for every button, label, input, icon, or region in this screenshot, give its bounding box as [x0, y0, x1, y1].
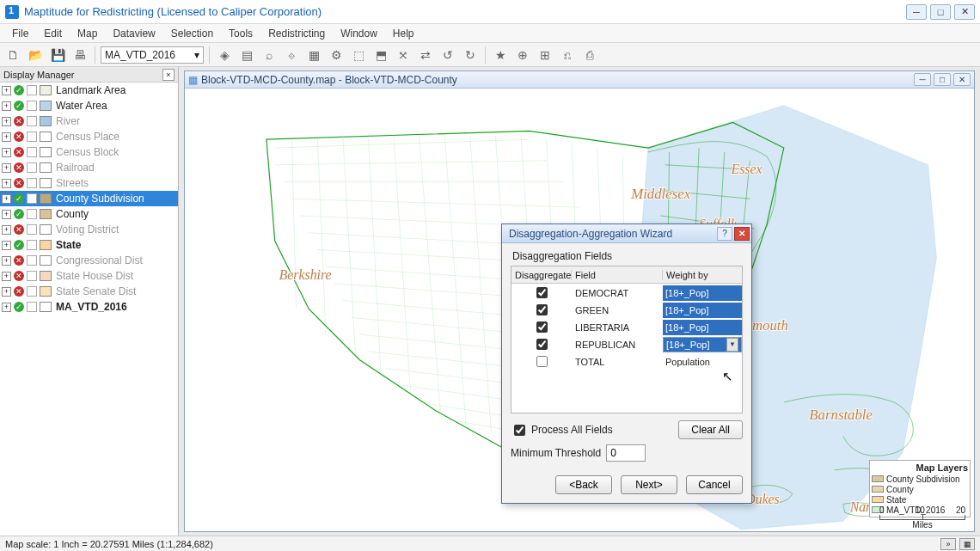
- toolbar-icon-14[interactable]: ⊕: [513, 46, 532, 64]
- weight-cell[interactable]: [18+_Pop]▼: [663, 337, 742, 352]
- field-cell[interactable]: GREEN: [572, 305, 663, 315]
- close-button[interactable]: ✕: [954, 4, 975, 20]
- process-all-checkbox[interactable]: Process All Fields: [511, 422, 613, 438]
- visibility-icon[interactable]: ✕: [14, 224, 24, 235]
- layer-combo[interactable]: MA_VTD_2016 ▾: [101, 46, 204, 64]
- min-threshold-input[interactable]: [606, 444, 646, 462]
- expand-icon[interactable]: +: [2, 148, 11, 157]
- layer-row-ma-vtd-2016[interactable]: +✓MA_VTD_2016: [0, 299, 178, 315]
- print-icon[interactable]: 🖶: [70, 46, 89, 64]
- menu-redistricting[interactable]: Redistricting: [261, 26, 332, 41]
- layer-row-congressional-dist[interactable]: +✕Congressional Dist: [0, 253, 178, 268]
- col-disaggregate[interactable]: Disaggregate: [511, 270, 572, 280]
- toolbar-icon-10[interactable]: ⇄: [416, 46, 435, 64]
- layer-row-streets[interactable]: +✕Streets: [0, 175, 178, 191]
- layer-row-census-block[interactable]: +✕Census Block: [0, 144, 178, 160]
- expand-icon[interactable]: +: [2, 210, 11, 219]
- expand-icon[interactable]: +: [2, 194, 11, 204]
- visibility-icon[interactable]: ✕: [14, 255, 24, 266]
- toolbar-icon-4[interactable]: ⟐: [282, 46, 301, 64]
- col-field[interactable]: Field: [572, 270, 663, 280]
- lock-icon[interactable]: [27, 209, 37, 219]
- toolbar-icon-9[interactable]: ⤧: [394, 46, 413, 64]
- visibility-icon[interactable]: ✕: [14, 271, 24, 281]
- grid-row[interactable]: DEMOCRAT[18+_Pop]: [511, 284, 742, 301]
- visibility-icon[interactable]: ✕: [14, 178, 24, 188]
- field-cell[interactable]: DEMOCRAT: [572, 288, 663, 298]
- layer-row-census-place[interactable]: +✕Census Place: [0, 129, 178, 144]
- col-weight[interactable]: Weight by: [663, 270, 742, 280]
- weight-cell[interactable]: [18+_Pop]: [663, 285, 742, 301]
- toolbar-icon-6[interactable]: ⚙: [327, 46, 346, 64]
- toolbar-icon-16[interactable]: ⎌: [558, 46, 577, 64]
- grid-row[interactable]: TOTALPopulation: [511, 352, 742, 370]
- lock-icon[interactable]: [27, 240, 37, 250]
- lock-icon[interactable]: [27, 302, 37, 312]
- visibility-icon[interactable]: ✓: [14, 302, 24, 312]
- lock-icon[interactable]: [27, 193, 37, 204]
- visibility-icon[interactable]: ✕: [14, 132, 24, 142]
- toolbar-icon-13[interactable]: ★: [491, 46, 510, 64]
- layer-row-county-subdivision[interactable]: +✓County Subdivision: [0, 191, 178, 206]
- minimize-button[interactable]: ─: [906, 4, 927, 20]
- expand-icon[interactable]: +: [2, 163, 11, 173]
- expand-icon[interactable]: +: [2, 86, 11, 95]
- visibility-icon[interactable]: ✕: [14, 286, 24, 297]
- dialog-close-icon[interactable]: ✕: [734, 227, 750, 241]
- visibility-icon[interactable]: ✓: [14, 209, 24, 219]
- weight-cell[interactable]: Population: [663, 354, 742, 370]
- lock-icon[interactable]: [27, 178, 37, 188]
- expand-icon[interactable]: +: [2, 241, 11, 250]
- toolbar-icon-17[interactable]: ⎙: [580, 46, 599, 64]
- grid-row[interactable]: LIBERTARIA[18+_Pop]: [511, 318, 742, 335]
- lock-icon[interactable]: [27, 162, 37, 173]
- layer-row-railroad[interactable]: +✕Railroad: [0, 160, 178, 175]
- toolbar-icon-1[interactable]: ◈: [215, 46, 234, 64]
- toolbar-icon-15[interactable]: ⊞: [536, 46, 554, 64]
- visibility-icon[interactable]: ✓: [14, 101, 24, 111]
- open-icon[interactable]: 📂: [26, 46, 45, 64]
- save-icon[interactable]: 💾: [48, 46, 67, 64]
- layer-row-voting-district[interactable]: +✕Voting District: [0, 222, 178, 237]
- expand-icon[interactable]: +: [2, 179, 11, 188]
- toolbar-icon-12[interactable]: ↻: [461, 46, 480, 64]
- layer-row-state[interactable]: +✓State: [0, 237, 178, 253]
- menu-selection[interactable]: Selection: [164, 26, 220, 41]
- toolbar-icon-7[interactable]: ⬚: [349, 46, 368, 64]
- lock-icon[interactable]: [27, 271, 37, 281]
- next-button[interactable]: Next>: [621, 475, 677, 494]
- visibility-icon[interactable]: ✕: [14, 116, 24, 126]
- new-icon[interactable]: 🗋: [3, 46, 22, 64]
- lock-icon[interactable]: [27, 132, 37, 142]
- lock-icon[interactable]: [27, 101, 37, 111]
- layer-row-state-senate-dist[interactable]: +✕State Senate Dist: [0, 284, 178, 299]
- layer-row-river[interactable]: +✕River: [0, 113, 178, 129]
- map-max-icon[interactable]: □: [934, 73, 951, 86]
- toolbar-icon-2[interactable]: ▤: [237, 46, 256, 64]
- layer-row-county[interactable]: +✓County: [0, 206, 178, 222]
- lock-icon[interactable]: [27, 116, 37, 126]
- back-button[interactable]: <Back: [555, 475, 612, 494]
- menu-window[interactable]: Window: [334, 26, 384, 41]
- menu-map[interactable]: Map: [70, 26, 104, 41]
- expand-icon[interactable]: +: [2, 303, 11, 312]
- toolbar-icon-8[interactable]: ⬒: [371, 46, 390, 64]
- expand-icon[interactable]: +: [2, 132, 11, 142]
- layer-row-landmark-area[interactable]: +✓Landmark Area: [0, 83, 178, 98]
- visibility-icon[interactable]: ✓: [14, 193, 24, 204]
- menu-dataview[interactable]: Dataview: [106, 26, 162, 41]
- field-cell[interactable]: REPUBLICAN: [572, 340, 663, 350]
- dialog-help-icon[interactable]: ?: [717, 227, 732, 241]
- layer-row-state-house-dist[interactable]: +✕State House Dist: [0, 268, 178, 284]
- map-min-icon[interactable]: ─: [914, 73, 931, 86]
- status-btn-1[interactable]: »: [940, 538, 956, 550]
- disaggregate-checkbox[interactable]: [536, 304, 548, 315]
- expand-icon[interactable]: +: [2, 272, 11, 281]
- lock-icon[interactable]: [27, 255, 37, 266]
- clear-all-button[interactable]: Clear All: [678, 420, 743, 439]
- layer-row-water-area[interactable]: +✓Water Area: [0, 98, 178, 113]
- toolbar-icon-3[interactable]: ⌕: [260, 46, 279, 64]
- expand-icon[interactable]: +: [2, 101, 11, 111]
- cancel-button[interactable]: Cancel: [686, 475, 743, 494]
- chevron-down-icon[interactable]: ▼: [726, 338, 738, 352]
